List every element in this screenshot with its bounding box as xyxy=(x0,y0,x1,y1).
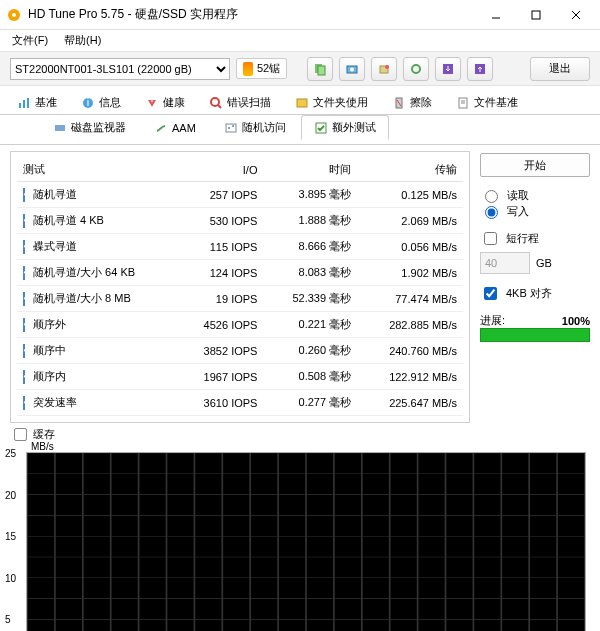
thermometer-icon xyxy=(243,62,253,76)
tab-strip: 基准i信息健康错误扫描文件夹使用擦除文件基准 xyxy=(0,86,600,115)
svg-rect-29 xyxy=(226,124,236,132)
short-stroke-checkbox[interactable] xyxy=(484,232,497,245)
short-stroke-label: 短行程 xyxy=(506,231,539,246)
drive-select[interactable]: ST22000NT001-3LS101 (22000 gB) xyxy=(10,58,230,80)
toolbar: ST22000NT001-3LS101 (22000 gB) 52锯 退出 xyxy=(0,52,600,86)
window-title: HD Tune Pro 5.75 - 硬盘/SSD 实用程序 xyxy=(28,6,478,23)
write-label: 写入 xyxy=(507,204,529,219)
svg-rect-22 xyxy=(297,99,307,107)
table-row[interactable]: 随机寻道/大小 64 KB124 IOPS8.083 毫秒1.902 MB/s xyxy=(17,260,463,286)
row-checkbox[interactable] xyxy=(23,370,25,384)
subtab-0[interactable]: 磁盘监视器 xyxy=(40,115,139,140)
row-checkbox[interactable] xyxy=(23,318,25,332)
cache-checkbox[interactable] xyxy=(14,428,27,441)
svg-point-31 xyxy=(232,125,234,127)
side-panel: 开始 读取 写入 短行程 GB 4KB 对齐 进展:100% xyxy=(480,151,590,423)
exit-button[interactable]: 退出 xyxy=(530,57,590,81)
chart-y-tick: 5 xyxy=(5,614,11,625)
svg-point-12 xyxy=(412,65,420,73)
menu-help[interactable]: 帮助(H) xyxy=(58,31,107,50)
svg-rect-7 xyxy=(318,66,325,75)
tab-4[interactable]: 文件夹使用 xyxy=(284,90,379,114)
chart-y-tick: 25 xyxy=(5,448,16,459)
row-checkbox[interactable] xyxy=(23,188,25,202)
close-button[interactable] xyxy=(558,3,594,27)
chart-area: MB/s 0510152025 xyxy=(26,452,586,631)
col-io[interactable]: I/O xyxy=(176,158,263,182)
table-row[interactable]: 随机寻道/大小 8 MB19 IOPS52.339 毫秒77.474 MB/s xyxy=(17,286,463,312)
table-row[interactable]: 突发速率3610 IOPS0.277 毫秒225.647 MB/s xyxy=(17,390,463,416)
options-button[interactable] xyxy=(403,57,429,81)
save-screenshot-button[interactable] xyxy=(371,57,397,81)
subtab-1[interactable]: AAM xyxy=(141,115,209,140)
table-row[interactable]: 顺序内1967 IOPS0.508 毫秒122.912 MB/s xyxy=(17,364,463,390)
svg-text:i: i xyxy=(87,96,89,108)
svg-line-21 xyxy=(218,105,221,108)
short-stroke-value xyxy=(480,252,530,274)
tab-5[interactable]: 擦除 xyxy=(381,90,443,114)
tab-2[interactable]: 健康 xyxy=(134,90,196,114)
copy-screenshot-button[interactable] xyxy=(339,57,365,81)
table-row[interactable]: 随机寻道257 IOPS3.895 毫秒0.125 MB/s xyxy=(17,182,463,208)
menu-file[interactable]: 文件(F) xyxy=(6,31,54,50)
progress-bar xyxy=(480,328,590,342)
svg-rect-16 xyxy=(23,100,25,108)
table-row[interactable]: 蝶式寻道115 IOPS8.666 毫秒0.056 MB/s xyxy=(17,234,463,260)
table-row[interactable]: 顺序中3852 IOPS0.260 毫秒240.760 MB/s xyxy=(17,338,463,364)
chart-y-tick: 15 xyxy=(5,531,16,542)
row-checkbox[interactable] xyxy=(23,266,25,280)
row-checkbox[interactable] xyxy=(23,292,25,306)
align-4kb-checkbox[interactable] xyxy=(484,287,497,300)
chart-y-tick: 20 xyxy=(5,489,16,500)
svg-rect-3 xyxy=(532,11,540,19)
read-label: 读取 xyxy=(507,188,529,203)
svg-point-9 xyxy=(350,67,354,71)
chart-y-unit: MB/s xyxy=(31,441,54,452)
row-checkbox[interactable] xyxy=(23,344,25,358)
svg-rect-28 xyxy=(55,125,65,131)
title-bar: HD Tune Pro 5.75 - 硬盘/SSD 实用程序 xyxy=(0,0,600,30)
col-test[interactable]: 测试 xyxy=(17,158,176,182)
load-button[interactable] xyxy=(467,57,493,81)
temperature-indicator: 52锯 xyxy=(236,58,287,79)
row-checkbox[interactable] xyxy=(23,396,25,410)
tab-1[interactable]: i信息 xyxy=(70,90,132,114)
svg-rect-15 xyxy=(19,103,21,108)
short-stroke-unit: GB xyxy=(536,257,552,269)
tab-6[interactable]: 文件基准 xyxy=(445,90,529,114)
row-checkbox[interactable] xyxy=(23,240,25,254)
table-row[interactable]: 顺序外4526 IOPS0.221 毫秒282.885 MB/s xyxy=(17,312,463,338)
cache-label: 缓存 xyxy=(33,427,55,442)
write-radio[interactable] xyxy=(485,206,498,219)
row-checkbox[interactable] xyxy=(23,214,25,228)
svg-point-30 xyxy=(228,127,230,129)
align-4kb-label: 4KB 对齐 xyxy=(506,286,552,301)
col-transfer[interactable]: 传输 xyxy=(357,158,463,182)
progress-value: 100% xyxy=(562,315,590,327)
chart-y-tick: 10 xyxy=(5,572,16,583)
svg-point-11 xyxy=(385,65,389,69)
subtab-strip: 磁盘监视器AAM随机访问额外测试 xyxy=(0,115,600,145)
tab-0[interactable]: 基准 xyxy=(6,90,68,114)
svg-point-20 xyxy=(211,98,219,106)
start-button[interactable]: 开始 xyxy=(480,153,590,177)
maximize-button[interactable] xyxy=(518,3,554,27)
read-radio[interactable] xyxy=(485,190,498,203)
progress-label: 进展: xyxy=(480,313,505,328)
menu-bar: 文件(F) 帮助(H) xyxy=(0,30,600,52)
subtab-2[interactable]: 随机访问 xyxy=(211,115,299,140)
tab-3[interactable]: 错误扫描 xyxy=(198,90,282,114)
table-row[interactable]: 随机寻道 4 KB530 IOPS1.888 毫秒2.069 MB/s xyxy=(17,208,463,234)
svg-point-1 xyxy=(12,13,16,17)
app-icon xyxy=(6,7,22,23)
subtab-3[interactable]: 额外测试 xyxy=(301,115,389,140)
col-time[interactable]: 时间 xyxy=(263,158,357,182)
svg-rect-17 xyxy=(27,98,29,108)
save-button[interactable] xyxy=(435,57,461,81)
temperature-value: 52锯 xyxy=(257,61,280,76)
results-table: 测试 I/O 时间 传输 随机寻道257 IOPS3.895 毫秒0.125 M… xyxy=(10,151,470,423)
copy-info-button[interactable] xyxy=(307,57,333,81)
minimize-button[interactable] xyxy=(478,3,514,27)
